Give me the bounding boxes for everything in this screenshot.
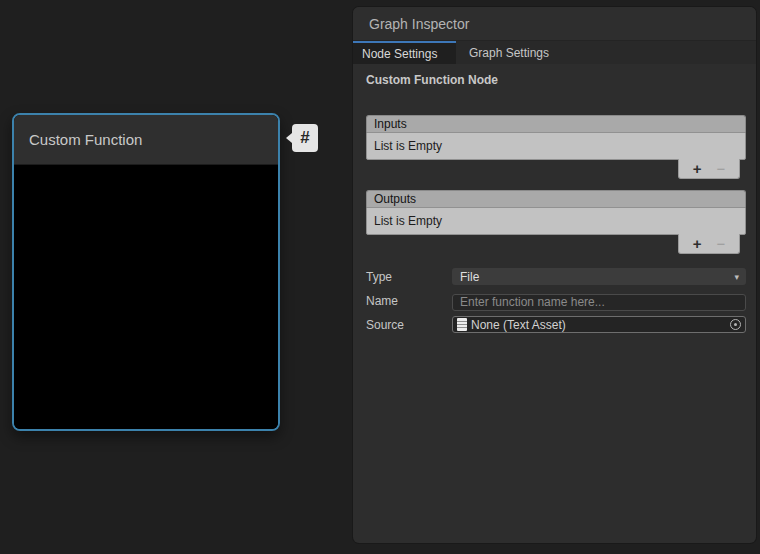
inputs-list: Inputs List is Empty + − (366, 115, 746, 179)
tab-graph-settings-label: Graph Settings (469, 46, 549, 60)
outputs-remove-button[interactable]: − (717, 236, 726, 251)
badge-tail-icon (286, 133, 292, 143)
name-label: Name (366, 294, 452, 308)
inputs-remove-button[interactable]: − (717, 161, 726, 176)
panel-title: Graph Inspector (369, 16, 469, 32)
name-row: Name (366, 292, 746, 309)
outputs-list: Outputs List is Empty + − (366, 190, 746, 254)
object-picker-icon[interactable] (730, 319, 741, 330)
type-dropdown[interactable]: File ▾ (452, 268, 746, 285)
chevron-down-icon: ▾ (734, 272, 739, 282)
node-preview-area (14, 165, 278, 429)
inputs-list-header: Inputs (366, 115, 746, 132)
text-asset-icon (457, 318, 467, 331)
node-properties: Type File ▾ Name Source (366, 268, 746, 333)
source-object-field[interactable]: None (Text Asset) (452, 316, 746, 333)
outputs-list-body: List is Empty (366, 207, 746, 235)
graph-inspector-header[interactable]: Graph Inspector (353, 7, 756, 40)
tab-graph-settings[interactable]: Graph Settings (456, 41, 563, 64)
graph-inspector-panel: Graph Inspector Node Settings Graph Sett… (353, 7, 756, 543)
inspector-body: Custom Function Node Inputs List is Empt… (353, 64, 756, 333)
hash-icon: # (300, 128, 309, 148)
function-name-input[interactable] (452, 294, 746, 311)
type-dropdown-value: File (460, 270, 479, 284)
custom-function-node[interactable]: Custom Function (12, 113, 280, 431)
outputs-list-footer: + − (366, 235, 746, 254)
type-row: Type File ▾ (366, 268, 746, 285)
node-title-bar[interactable]: Custom Function (14, 115, 278, 165)
tab-node-settings[interactable]: Node Settings (353, 41, 456, 64)
type-label: Type (366, 270, 452, 284)
outputs-footer-buttons: + − (678, 234, 740, 254)
source-object-value: None (Text Asset) (471, 318, 566, 332)
shader-graph-canvas[interactable]: Custom Function # Graph Inspector Node S… (0, 0, 760, 554)
tab-node-settings-label: Node Settings (362, 47, 437, 61)
inputs-footer-buttons: + − (678, 159, 740, 179)
outputs-empty-text: List is Empty (374, 214, 442, 228)
inputs-add-button[interactable]: + (693, 161, 702, 176)
node-hash-badge[interactable]: # (292, 124, 318, 152)
outputs-add-button[interactable]: + (693, 236, 702, 251)
inputs-empty-text: List is Empty (374, 139, 442, 153)
outputs-list-title: Outputs (374, 192, 416, 206)
inputs-list-footer: + − (366, 160, 746, 179)
source-row: Source None (Text Asset) (366, 316, 746, 333)
inspector-tabbar: Node Settings Graph Settings (353, 40, 756, 64)
section-title: Custom Function Node (366, 73, 746, 87)
outputs-list-header: Outputs (366, 190, 746, 207)
source-label: Source (366, 318, 452, 332)
inputs-list-body: List is Empty (366, 132, 746, 160)
inputs-list-title: Inputs (374, 117, 407, 131)
node-title: Custom Function (29, 131, 142, 148)
